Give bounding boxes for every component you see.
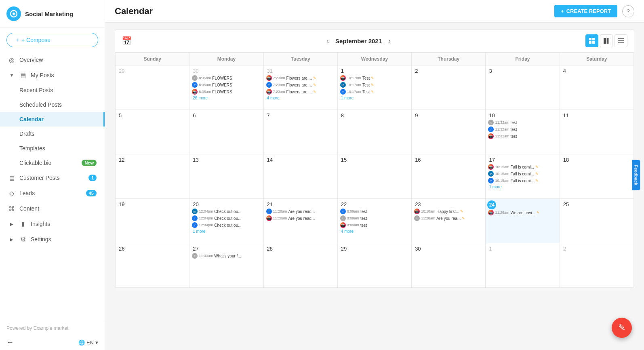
sidebar-item-scheduled-posts[interactable]: Scheduled Posts — [0, 97, 105, 112]
calendar-icon[interactable]: 📅 — [122, 36, 132, 46]
fab-button[interactable]: ✎ — [612, 318, 632, 338]
calendar-cell[interactable]: 30t8:35amFLOWERSf8:35amFLOWERS📷8:35amFLO… — [189, 65, 263, 110]
calendar-cell[interactable]: 7 — [263, 110, 337, 154]
calendar-cell[interactable]: 18 — [560, 154, 633, 199]
calendar-cell[interactable]: 11 — [560, 110, 633, 154]
more-events-link[interactable]: 4 more — [339, 229, 410, 234]
help-button[interactable]: ? — [622, 5, 634, 17]
calendar-cell[interactable]: 10t11:32amtestf11:32amtest📷11:32amtest — [486, 110, 560, 154]
calendar-cell[interactable]: 2 — [560, 243, 633, 288]
calendar-event[interactable]: in10:15amFall is comi...✎ — [487, 171, 558, 177]
calendar-cell[interactable]: 9 — [412, 110, 486, 154]
event-edit-icon[interactable]: ✎ — [462, 216, 465, 220]
calendar-cell[interactable]: 15 — [337, 154, 411, 199]
event-edit-icon[interactable]: ✎ — [537, 211, 540, 215]
week-view-button[interactable] — [600, 34, 613, 47]
calendar-cell[interactable]: 16 — [412, 154, 486, 199]
sidebar-item-clickable-bio[interactable]: Clickable.bio New — [0, 156, 105, 170]
calendar-cell[interactable]: 13 — [189, 154, 263, 199]
calendar-event[interactable]: 📷7:23amFlowers are ...✎ — [265, 75, 336, 81]
calendar-event[interactable]: f12:04pmCheck out ou... — [191, 215, 261, 221]
event-edit-icon[interactable]: ✎ — [371, 83, 374, 87]
calendar-event[interactable]: 📷11:29amWe are havi...✎ — [487, 209, 558, 216]
create-report-button[interactable]: + CREATE REPORT — [554, 5, 617, 17]
calendar-event[interactable]: f10:17amTest✎ — [339, 89, 410, 95]
sidebar-item-drafts[interactable]: Drafts — [0, 127, 105, 141]
calendar-event[interactable]: t11:28amAre you rea...✎ — [413, 215, 484, 221]
compose-button[interactable]: ＋ + Compose — [6, 33, 98, 47]
calendar-cell[interactable]: 22f8:09amtestt8:09amtest📷8:09amtest4 mor… — [337, 199, 411, 243]
calendar-event[interactable]: f7:23amFlowers are ...✎ — [265, 82, 336, 88]
sidebar-item-calendar[interactable]: Calendar — [0, 112, 105, 127]
event-edit-icon[interactable]: ✎ — [460, 209, 463, 213]
calendar-event[interactable]: 📷10:17amTest✎ — [339, 75, 410, 81]
calendar-cell[interactable]: 12 — [116, 154, 189, 199]
calendar-cell[interactable]: 27t11:33amWhat's your f... — [189, 243, 263, 288]
month-view-button[interactable] — [585, 34, 598, 47]
calendar-cell[interactable]: 30 — [412, 243, 486, 288]
prev-month-button[interactable]: ‹ — [324, 36, 331, 46]
event-edit-icon[interactable]: ✎ — [535, 179, 539, 183]
sidebar-item-templates[interactable]: Templates — [0, 141, 105, 156]
calendar-cell[interactable]: 29 — [337, 243, 411, 288]
calendar-event[interactable]: f11:28amAre you read... — [265, 208, 336, 215]
calendar-cell[interactable]: 23📷10:18amHappy first...✎t11:28amAre you… — [412, 199, 486, 243]
calendar-event[interactable]: 📷7:23amFlowers are ...✎ — [265, 89, 336, 95]
calendar-cell[interactable]: 1 — [486, 243, 560, 288]
feedback-tab[interactable]: Feedback — [632, 160, 640, 190]
calendar-event[interactable]: 📷11:32amtest — [487, 133, 558, 139]
calendar-event[interactable]: 📷11:28amAre you read... — [265, 215, 336, 221]
calendar-event[interactable]: f8:35amFLOWERS — [191, 82, 261, 88]
calendar-event[interactable]: t8:35amFLOWERS — [191, 75, 261, 81]
calendar-event[interactable]: 📷10:15amFall is comi...✎ — [487, 164, 558, 170]
sidebar-item-leads[interactable]: ◇ Leads 45 — [0, 186, 105, 201]
calendar-event[interactable]: in12:04pmCheck out ou... — [191, 208, 261, 215]
calendar-cell[interactable]: 1📷10:17amTest✎in10:17amTest✎f10:17amTest… — [337, 65, 411, 110]
calendar-cell[interactable]: 8 — [337, 110, 411, 154]
calendar-cell[interactable]: 29 — [116, 65, 189, 110]
event-edit-icon[interactable]: ✎ — [313, 90, 316, 94]
calendar-event[interactable]: f10:15amFall is comi...✎ — [487, 177, 558, 184]
calendar-cell[interactable]: 2 — [412, 65, 486, 110]
event-edit-icon[interactable]: ✎ — [313, 76, 316, 80]
calendar-cell[interactable]: 21f11:28amAre you read...📷11:28amAre you… — [263, 199, 337, 243]
more-events-link[interactable]: 1 more — [487, 184, 558, 190]
sidebar-item-content[interactable]: ⌘ Content — [0, 201, 105, 216]
calendar-event[interactable]: 📷8:35amFLOWERS — [191, 89, 261, 95]
sidebar-item-my-posts[interactable]: ▼ ▤ My Posts — [0, 67, 105, 83]
list-view-button[interactable] — [615, 34, 627, 47]
calendar-cell[interactable]: 20in12:04pmCheck out ou...f12:04pmCheck … — [189, 199, 263, 243]
calendar-event[interactable]: t11:33amWhat's your f... — [191, 253, 261, 259]
sidebar-item-recent-posts[interactable]: Recent Posts — [0, 83, 105, 97]
event-edit-icon[interactable]: ✎ — [535, 172, 539, 176]
calendar-event[interactable]: f8:09amtest — [339, 208, 410, 215]
calendar-cell[interactable]: 6 — [189, 110, 263, 154]
calendar-cell[interactable]: 28 — [263, 243, 337, 288]
calendar-event[interactable]: 📷8:09amtest — [339, 222, 410, 228]
event-edit-icon[interactable]: ✎ — [371, 90, 374, 94]
calendar-cell[interactable]: 4 — [560, 65, 633, 110]
sidebar-item-settings[interactable]: ▶ ⚙ Settings — [0, 232, 105, 247]
calendar-cell[interactable]: 25 — [560, 199, 633, 243]
more-events-link[interactable]: 4 more — [265, 95, 336, 101]
next-month-button[interactable]: › — [386, 36, 393, 46]
calendar-cell[interactable]: 3 — [486, 65, 560, 110]
more-events-link[interactable]: 1 more — [191, 229, 261, 234]
calendar-event[interactable]: f12:04pmCheck out ou... — [191, 222, 261, 228]
event-edit-icon[interactable]: ✎ — [535, 165, 539, 169]
calendar-cell[interactable]: 14 — [263, 154, 337, 199]
calendar-event[interactable]: t11:32amtest — [487, 119, 558, 126]
language-selector[interactable]: 🌐 EN ▾ — [78, 339, 98, 346]
calendar-event[interactable]: t8:09amtest — [339, 215, 410, 221]
calendar-cell[interactable]: 26 — [116, 243, 189, 288]
more-events-link[interactable]: 1 more — [339, 95, 410, 101]
calendar-event[interactable]: 📷10:18amHappy first...✎ — [413, 208, 484, 215]
calendar-cell[interactable]: 19 — [116, 199, 189, 243]
calendar-cell[interactable]: 17📷10:15amFall is comi...✎in10:15amFall … — [486, 154, 560, 199]
event-edit-icon[interactable]: ✎ — [371, 76, 374, 80]
calendar-cell[interactable]: 31📷7:23amFlowers are ...✎f7:23amFlowers … — [263, 65, 337, 110]
sidebar-item-insights[interactable]: ▶ ▮ Insights — [0, 216, 105, 232]
calendar-cell[interactable]: 5 — [116, 110, 189, 154]
sidebar-item-customer-posts[interactable]: ▤ Customer Posts 1 — [0, 170, 105, 186]
event-edit-icon[interactable]: ✎ — [313, 83, 316, 87]
